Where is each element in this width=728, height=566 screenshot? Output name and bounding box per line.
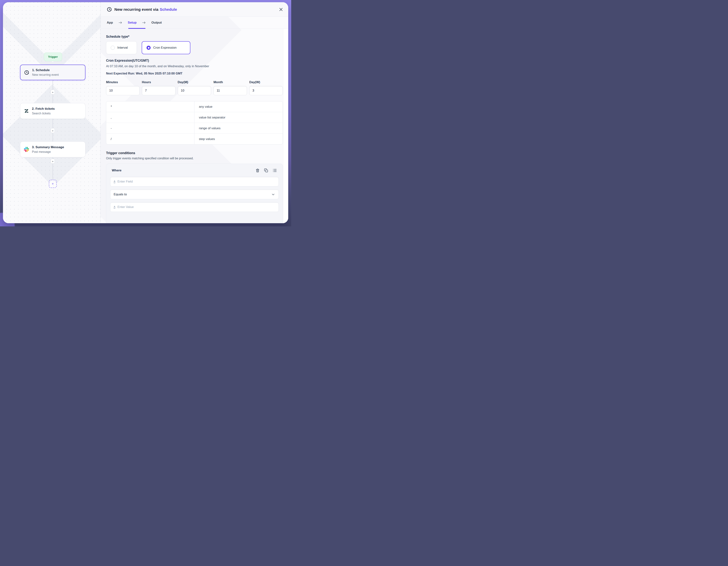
radio-selected-icon: [147, 46, 151, 50]
cron-field-hours: Hours: [142, 80, 175, 95]
page-title-app-link[interactable]: Schedule: [160, 7, 177, 12]
legend-row: - range of values: [106, 123, 283, 134]
trigger-conditions-title: Trigger conditions: [106, 151, 283, 155]
tab-setup[interactable]: Setup: [128, 21, 137, 25]
add-final-step-button[interactable]: +: [49, 180, 57, 188]
field-label: Day(M): [178, 80, 211, 84]
next-expected-run: Next Expected Run: Wed, 05 Nov 2025 07:1…: [106, 72, 283, 75]
plus-label: +: [52, 91, 54, 94]
workflow-node-schedule[interactable]: 1. Schedule New recurring event: [20, 65, 85, 80]
hours-input[interactable]: [142, 86, 175, 95]
interval-option[interactable]: Interval: [106, 41, 137, 54]
trigger-badge-label: Trigger: [48, 55, 58, 58]
condition-list-button[interactable]: [272, 168, 277, 173]
workflow-node-summary-message[interactable]: 3. Summary Message Post message: [20, 141, 85, 157]
config-panel: New recurring event via Schedule App: [101, 2, 288, 223]
plus-label: +: [52, 160, 54, 163]
plus-label: +: [52, 129, 54, 132]
cron-symbol-legend: * any value , value list separator - ran…: [106, 101, 283, 144]
node-title: 2. Fetch tickets: [32, 107, 55, 111]
zendesk-icon: [24, 108, 29, 113]
node-subtitle: New recurring event: [32, 73, 59, 77]
node-text: 3. Summary Message Post message: [32, 145, 64, 154]
add-step-button[interactable]: +: [51, 128, 55, 133]
field-label: Hours: [142, 80, 175, 84]
day-of-month-input[interactable]: [178, 86, 211, 95]
list-icon: [272, 168, 277, 173]
condition-field-input[interactable]: A Enter Field: [110, 177, 279, 186]
cron-fields: Minutes Hours Day(M) Month: [106, 80, 283, 95]
legend-symbol: -: [106, 123, 194, 134]
cron-expression-option[interactable]: Cron Expression: [142, 41, 190, 54]
cron-option-label: Cron Expression: [153, 46, 177, 50]
trigger-conditions-subtitle: Only trigger events matching specified c…: [106, 157, 283, 160]
node-subtitle: Post message: [32, 150, 64, 154]
radio-unselected-icon: [111, 46, 115, 50]
delete-condition-button[interactable]: [255, 168, 260, 173]
field-label: Day(W): [249, 80, 283, 84]
schedule-type-options: Interval Cron Expression: [106, 41, 283, 54]
workflow-canvas: Trigger 1. Schedule New recurring event: [3, 2, 101, 223]
step-tabs: App Setup Output: [101, 17, 288, 29]
schedule-clock-icon: [24, 70, 29, 75]
cron-expression-description: At 07:10 AM, on day 10 of the month, and…: [106, 64, 283, 68]
page-title-text: New recurring event via: [114, 7, 158, 12]
legend-row: / step values: [106, 134, 283, 144]
workflow-node-fetch-tickets[interactable]: 2. Fetch tickets Search tickets: [20, 103, 85, 119]
legend-meaning: any value: [194, 101, 283, 112]
condition-actions: [255, 168, 277, 173]
day-of-week-input[interactable]: [249, 86, 283, 95]
close-button[interactable]: [278, 7, 284, 12]
active-tab-indicator: [128, 28, 145, 29]
value-placeholder: Enter Value: [117, 205, 134, 209]
schedule-type-label: Schedule type*: [106, 35, 283, 39]
node-text: 1. Schedule New recurring event: [32, 68, 59, 77]
panel-header: New recurring event via Schedule: [101, 2, 288, 17]
add-step-button[interactable]: +: [51, 90, 55, 95]
schedule-clock-icon: [107, 7, 112, 12]
slack-icon: [24, 147, 29, 152]
trigger-badge: Trigger: [44, 53, 62, 61]
minutes-input[interactable]: [106, 86, 140, 95]
close-icon: [278, 7, 284, 12]
app-window: Trigger 1. Schedule New recurring event: [3, 2, 288, 223]
cron-expression-heading: Cron Expression(UTC/GMT): [106, 59, 283, 63]
cron-field-day-of-week: Day(W): [249, 80, 283, 95]
arrow-right-icon: [118, 21, 122, 24]
node-text: 2. Fetch tickets Search tickets: [32, 107, 55, 115]
interval-option-label: Interval: [117, 46, 128, 50]
legend-symbol: *: [106, 101, 194, 112]
add-step-button[interactable]: +: [51, 159, 55, 164]
tab-output[interactable]: Output: [151, 21, 162, 25]
operator-select[interactable]: Equals to: [110, 189, 279, 199]
legend-row: * any value: [106, 101, 283, 112]
condition-group-card: Where: [106, 164, 283, 223]
duplicate-condition-button[interactable]: [264, 168, 268, 173]
scrollbar-gutter: [283, 29, 288, 223]
page-title: New recurring event via Schedule: [114, 7, 177, 12]
text-field-icon: A: [114, 180, 115, 183]
panel-body: Schedule type* Interval Cron Expression …: [101, 29, 288, 223]
legend-meaning: value list separator: [194, 112, 283, 123]
field-label: Month: [213, 80, 247, 84]
month-input[interactable]: [213, 86, 247, 95]
trash-icon: [255, 168, 260, 173]
condition-value-input[interactable]: A Enter Value: [110, 202, 279, 212]
arrow-right-icon: [142, 21, 146, 24]
legend-row: , value list separator: [106, 112, 283, 123]
node-title: 1. Schedule: [32, 68, 59, 72]
chevron-down-icon: [271, 192, 275, 196]
text-field-icon: A: [114, 206, 115, 209]
legend-symbol: ,: [106, 112, 194, 123]
legend-meaning: step values: [194, 134, 283, 144]
tab-app[interactable]: App: [107, 21, 113, 25]
cron-field-day-of-month: Day(M): [178, 80, 211, 95]
cron-field-month: Month: [213, 80, 247, 95]
node-title: 3. Summary Message: [32, 145, 64, 149]
condition-group-header: Where: [110, 168, 279, 173]
operator-value: Equals to: [114, 193, 127, 196]
field-placeholder: Enter Field: [117, 180, 133, 183]
cron-field-minutes: Minutes: [106, 80, 140, 95]
legend-symbol: /: [106, 134, 194, 144]
where-label: Where: [112, 169, 121, 172]
